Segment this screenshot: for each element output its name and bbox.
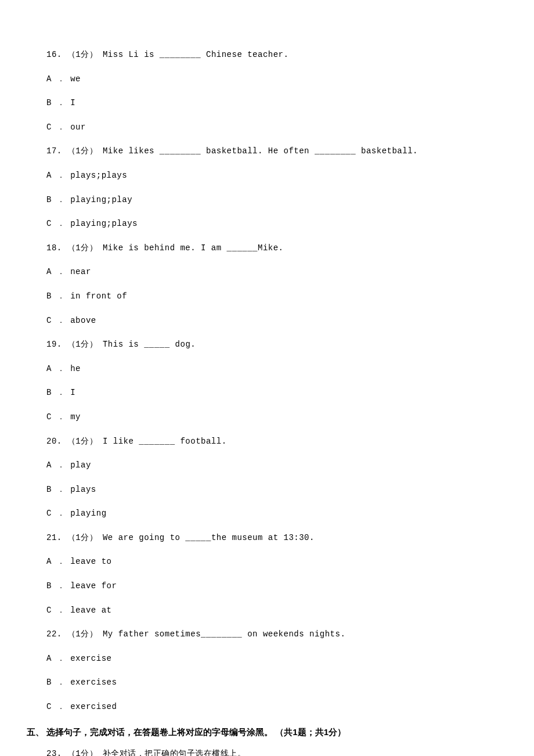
option-text: our xyxy=(70,123,86,132)
question-points: （1分） xyxy=(67,340,98,349)
option-a: A ． leave to xyxy=(46,556,488,568)
section-prefix: 五、 xyxy=(27,727,44,737)
question-number: 18. xyxy=(46,243,62,253)
question-21: 21. （1分） We are going to _____the museum… xyxy=(46,532,488,544)
option-text: leave for xyxy=(70,581,117,591)
page-content: 16. （1分） Miss Li is ________ Chinese tea… xyxy=(0,0,534,756)
option-label: C ． xyxy=(46,509,65,518)
question-text: on weekends nights. xyxy=(242,629,345,639)
blank: _____ xyxy=(144,340,170,349)
option-label: A ． xyxy=(46,74,65,84)
question-number: 22. xyxy=(46,629,62,639)
option-a: A ． exercise xyxy=(46,653,488,665)
option-label: C ． xyxy=(46,123,65,132)
question-points: （1分） xyxy=(67,437,98,446)
question-number: 23. xyxy=(46,749,62,756)
option-text: leave at xyxy=(70,606,111,615)
question-text: Mike is behind me. I am xyxy=(98,243,227,253)
question-text: dog. xyxy=(170,340,196,349)
option-b: B ． leave for xyxy=(46,581,488,592)
option-text: in front of xyxy=(70,291,127,301)
option-b: B ． exercises xyxy=(46,677,488,689)
option-label: B ． xyxy=(46,98,65,107)
option-label: C ． xyxy=(46,316,65,325)
option-label: B ． xyxy=(46,291,65,301)
question-number: 16. xyxy=(46,50,62,59)
question-text: 补全对话，把正确的句子选在横线上。 xyxy=(98,749,246,756)
question-text: Mike. xyxy=(258,243,284,253)
question-19: 19. （1分） This is _____ dog. xyxy=(46,339,488,351)
question-points: （1分） xyxy=(67,629,98,639)
option-label: A ． xyxy=(46,460,65,470)
question-22: 22. （1分） My father sometimes________ on … xyxy=(46,629,488,640)
question-16: 16. （1分） Miss Li is ________ Chinese tea… xyxy=(46,49,488,61)
option-c: C ． our xyxy=(46,122,488,134)
section-5-title: 五、 选择句子，完成对话，在答题卷上将对应的字母编号涂黑。 （共1题；共1分） xyxy=(27,726,488,738)
option-label: A ． xyxy=(46,171,65,180)
question-20: 20. （1分） I like _______ football. xyxy=(46,436,488,448)
option-text: exercises xyxy=(70,678,117,687)
question-text: This is xyxy=(98,340,144,349)
option-text: my xyxy=(70,412,81,422)
question-text: We are going to xyxy=(98,533,185,542)
option-c: C ． my xyxy=(46,412,488,423)
option-c: C ． leave at xyxy=(46,605,488,617)
option-text: I xyxy=(70,388,75,397)
option-c: C ． above xyxy=(46,315,488,327)
question-text: My father sometimes xyxy=(98,629,201,639)
option-text: plays xyxy=(70,485,96,494)
question-text: basketball. xyxy=(356,146,418,156)
option-c: C ． playing;plays xyxy=(46,218,488,230)
option-text: plays;plays xyxy=(70,171,127,180)
question-17: 17. （1分） Mike likes ________ basketball.… xyxy=(46,146,488,157)
option-label: B ． xyxy=(46,195,65,204)
blank: ________ xyxy=(160,146,201,156)
option-b: B ． I xyxy=(46,98,488,109)
question-text: Miss Li is xyxy=(98,50,160,59)
option-text: we xyxy=(70,74,81,84)
option-text: exercise xyxy=(70,654,111,663)
question-number: 21. xyxy=(46,533,62,542)
option-c: C ． exercised xyxy=(46,701,488,713)
option-text: playing;plays xyxy=(70,219,138,228)
option-c: C ． playing xyxy=(46,508,488,520)
question-points: （1分） xyxy=(67,533,98,542)
blank: ________ xyxy=(315,146,356,156)
option-label: A ． xyxy=(46,364,65,373)
question-text: I like xyxy=(98,437,139,446)
section-text: 选择句子，完成对话，在答题卷上将对应的字母编号涂黑。 （共1题；共1分） xyxy=(44,727,346,737)
option-text: leave to xyxy=(70,557,111,566)
question-number: 20. xyxy=(46,437,62,446)
question-text: Chinese teacher. xyxy=(201,50,288,59)
question-text: Mike likes xyxy=(98,146,160,156)
option-label: C ． xyxy=(46,702,65,711)
option-label: A ． xyxy=(46,267,65,276)
option-text: I xyxy=(70,98,75,107)
option-label: C ． xyxy=(46,219,65,228)
option-label: C ． xyxy=(46,412,65,422)
question-points: （1分） xyxy=(67,243,98,253)
question-text: basketball. He often xyxy=(201,146,315,156)
question-23: 23. （1分） 补全对话，把正确的句子选在横线上。 xyxy=(46,748,488,756)
option-text: playing;play xyxy=(70,195,132,204)
question-18: 18. （1分） Mike is behind me. I am ______M… xyxy=(46,243,488,254)
question-number: 17. xyxy=(46,146,62,156)
option-label: B ． xyxy=(46,678,65,687)
blank: ________ xyxy=(201,629,242,639)
question-points: （1分） xyxy=(67,146,98,156)
option-text: play xyxy=(70,460,91,470)
option-b: B ． I xyxy=(46,387,488,399)
option-label: A ． xyxy=(46,654,65,663)
option-label: B ． xyxy=(46,485,65,494)
option-text: playing xyxy=(70,509,106,518)
option-label: B ． xyxy=(46,388,65,397)
option-a: A ． play xyxy=(46,460,488,471)
option-label: A ． xyxy=(46,557,65,566)
option-text: he xyxy=(70,364,81,373)
option-a: A ． he xyxy=(46,363,488,375)
option-label: C ． xyxy=(46,606,65,615)
question-points: （1分） xyxy=(67,749,98,756)
option-b: B ． in front of xyxy=(46,291,488,303)
blank: _____ xyxy=(185,533,211,542)
option-b: B ． playing;play xyxy=(46,195,488,206)
